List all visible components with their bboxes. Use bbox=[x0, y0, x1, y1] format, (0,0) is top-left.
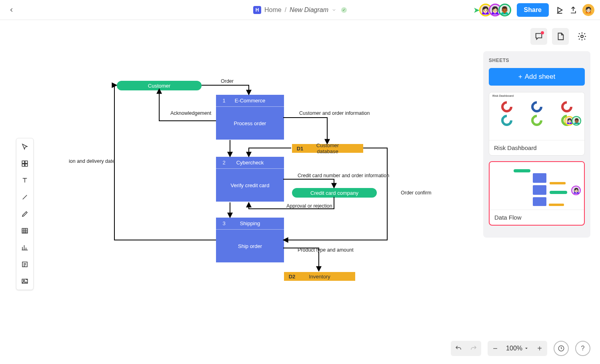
entity-customer[interactable]: Customer bbox=[117, 81, 202, 90]
process-body: Verify credit card bbox=[231, 182, 270, 188]
mini-avatar: 🙍🏾‍♂️ bbox=[572, 116, 581, 126]
process-number: 1 bbox=[216, 98, 232, 104]
chevron-down-icon[interactable] bbox=[332, 8, 336, 12]
help-button[interactable]: ? bbox=[575, 341, 590, 356]
svg-point-7 bbox=[23, 280, 24, 281]
process-body: Ship order bbox=[238, 243, 262, 249]
svg-rect-4 bbox=[22, 228, 28, 233]
redo-button[interactable] bbox=[466, 341, 481, 356]
edge-label: Order bbox=[221, 78, 234, 84]
svg-rect-0 bbox=[22, 161, 24, 163]
sync-status-icon: ✓ bbox=[341, 7, 347, 13]
share-button[interactable]: Share bbox=[517, 3, 549, 17]
process-title: Shipping bbox=[232, 220, 284, 226]
process-ecommerce[interactable]: 1E-Commerce Process order bbox=[216, 95, 284, 140]
process-body: Process order bbox=[234, 120, 266, 126]
svg-rect-3 bbox=[25, 164, 28, 166]
note-tool[interactable] bbox=[19, 258, 31, 270]
zoom-value[interactable]: 100% bbox=[503, 345, 532, 352]
text-tool[interactable] bbox=[19, 174, 31, 186]
process-number: 2 bbox=[216, 160, 232, 166]
canvas-action-bar bbox=[530, 28, 590, 45]
pen-tool[interactable] bbox=[19, 208, 31, 220]
sheet-card-label: Risk Dashboard bbox=[489, 140, 584, 155]
thumb-mini-title: Risk Dashboard bbox=[492, 94, 514, 97]
entity-label: Customer bbox=[148, 83, 170, 89]
zoom-out-button[interactable]: − bbox=[488, 341, 503, 356]
shapes-tool[interactable] bbox=[19, 158, 31, 170]
process-number: 3 bbox=[216, 220, 232, 226]
breadcrumb-doc-title[interactable]: New Diagram bbox=[290, 6, 328, 14]
datastore-tag: D1 bbox=[292, 146, 308, 152]
process-title: Cybercheck bbox=[232, 160, 284, 166]
left-toolbar bbox=[16, 138, 34, 290]
breadcrumb-separator: / bbox=[285, 6, 286, 14]
image-tool[interactable] bbox=[19, 275, 31, 287]
app-logo-icon: H bbox=[253, 6, 261, 14]
collaborator-avatar[interactable]: 🙍🏾‍♂️ bbox=[498, 4, 511, 16]
table-tool[interactable] bbox=[19, 225, 31, 237]
edge-label: Order confirm bbox=[401, 190, 431, 196]
line-tool[interactable] bbox=[19, 191, 31, 203]
process-cybercheck[interactable]: 2Cybercheck Verify credit card bbox=[216, 157, 284, 202]
zoom-in-button[interactable]: + bbox=[532, 341, 547, 356]
history-button[interactable] bbox=[554, 341, 569, 356]
bottom-controls: − 100% + ? bbox=[451, 341, 590, 356]
entity-label: Credit card company bbox=[310, 190, 358, 196]
present-button[interactable] bbox=[553, 3, 566, 17]
datastore-inventory[interactable]: D2 Inventory bbox=[284, 272, 355, 281]
add-sheet-label: Add sheet bbox=[525, 73, 556, 81]
svg-rect-2 bbox=[22, 164, 24, 166]
sheet-card-label: Data Flow bbox=[490, 210, 584, 225]
plus-icon: + bbox=[518, 73, 522, 81]
sheets-title: SHEETS bbox=[489, 58, 585, 63]
comments-button[interactable] bbox=[530, 28, 547, 45]
edge-label: Product type and amount bbox=[298, 247, 354, 253]
svg-point-8 bbox=[581, 35, 583, 38]
chart-tool[interactable] bbox=[19, 242, 31, 254]
datastore-title: Customer database bbox=[308, 142, 363, 154]
breadcrumb-home[interactable]: Home bbox=[264, 6, 282, 14]
edge-label: Customer and order information bbox=[299, 110, 370, 116]
notification-dot-icon bbox=[541, 31, 544, 34]
sheet-card-data-flow[interactable]: 🙍🏻‍♀️ Data Flow bbox=[489, 161, 585, 226]
presence-group: ➤ 🙍🏻‍♀️ 🙍🏻‍♀️ 🙍🏾‍♂️ bbox=[473, 4, 511, 16]
sheet-card-risk-dashboard[interactable]: Risk Dashboard 🙍🏻‍♀️ 🙍🏾‍♂️ Risk Dashboar… bbox=[489, 92, 585, 156]
edge-label: ion and delivery date bbox=[69, 158, 115, 164]
caret-down-icon bbox=[524, 346, 529, 351]
entity-credit-card-company[interactable]: Credit card company bbox=[292, 188, 377, 198]
top-bar: H Home / New Diagram ✓ ➤ 🙍🏻‍♀️ 🙍🏻‍♀️ 🙍🏾‍… bbox=[0, 0, 600, 20]
add-sheet-button[interactable]: + Add sheet bbox=[489, 68, 585, 86]
datastore-customer-db[interactable]: D1 Customer database bbox=[292, 144, 363, 153]
settings-button[interactable] bbox=[574, 28, 590, 45]
process-title: E-Commerce bbox=[232, 98, 284, 104]
export-button[interactable] bbox=[566, 3, 580, 17]
edge-label: Acknowledgement bbox=[170, 110, 211, 116]
pages-button[interactable] bbox=[552, 28, 569, 45]
current-user-avatar[interactable]: 🙍🏻 bbox=[582, 4, 594, 16]
edge-label: Credit card number and order information bbox=[298, 173, 389, 178]
datastore-tag: D2 bbox=[284, 274, 300, 280]
edge-label: Approval or rejection bbox=[286, 203, 332, 209]
select-tool[interactable] bbox=[19, 141, 31, 153]
mini-avatar: 🙍🏻‍♀️ bbox=[571, 186, 581, 195]
thumb-mini-flow bbox=[490, 162, 584, 210]
sheets-panel: SHEETS + Add sheet Risk Dashboard 🙍🏻‍♀️ … bbox=[483, 51, 590, 238]
undo-button[interactable] bbox=[451, 341, 466, 356]
back-button[interactable] bbox=[6, 4, 18, 16]
process-shipping[interactable]: 3Shipping Ship order bbox=[216, 218, 284, 262]
svg-rect-1 bbox=[25, 161, 28, 163]
breadcrumb: H Home / New Diagram ✓ bbox=[253, 6, 347, 14]
live-cursor-icon: ➤ bbox=[473, 5, 480, 15]
datastore-title: Inventory bbox=[300, 274, 355, 280]
